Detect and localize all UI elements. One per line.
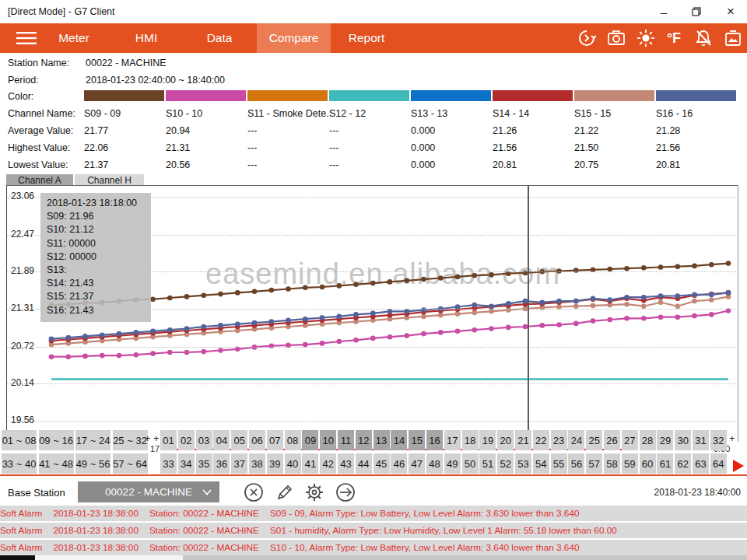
alarm-row[interactable]: Soft Alarm2018-01-23 18:38:00Station: 00…	[0, 540, 747, 555]
channel-button-48[interactable]: 48	[426, 453, 443, 474]
channel-button-60[interactable]: 60	[640, 453, 656, 474]
base-station-dropdown[interactable]: 00022 - MACHINE	[78, 481, 219, 502]
channel-button-63[interactable]: 63	[693, 453, 709, 474]
channel-button-34[interactable]: 34	[178, 453, 195, 474]
channel-button-56[interactable]: 56	[568, 453, 584, 474]
channel-button-30[interactable]: 30	[675, 430, 691, 450]
channel-button-20[interactable]: 20	[497, 430, 514, 450]
channel-button-43[interactable]: 43	[338, 453, 354, 474]
snapshot-button[interactable]	[605, 28, 627, 48]
channel-button-03[interactable]: 03	[196, 430, 212, 450]
nav-item-hmi[interactable]: HMI	[124, 23, 168, 53]
alarm-row[interactable]: Soft Alarm2018-01-23 18:38:00Station: 00…	[0, 523, 747, 538]
album-button[interactable]	[722, 28, 744, 48]
group-button-17~24[interactable]: 17 ~ 24	[75, 430, 110, 450]
close-button[interactable]: ×	[714, 0, 747, 23]
channel-button-36[interactable]: 36	[213, 453, 230, 474]
channel-button-38[interactable]: 38	[249, 453, 265, 474]
channel-button-09[interactable]: 09	[302, 430, 318, 450]
channel-button-62[interactable]: 62	[675, 453, 691, 474]
channel-button-52[interactable]: 52	[497, 453, 514, 474]
group-button-25~32[interactable]: 25 ~ 32	[113, 430, 148, 450]
channel-button-16[interactable]: 16	[426, 430, 443, 450]
channel-button-15[interactable]: 15	[409, 430, 425, 450]
sync-button[interactable]	[576, 28, 598, 48]
channel-button-13[interactable]: 13	[374, 430, 390, 450]
hamburger-menu-button[interactable]	[11, 23, 42, 53]
channel-button-18[interactable]: 18	[462, 430, 479, 450]
zoom-plus-button[interactable]: +	[145, 432, 151, 444]
channel-button-27[interactable]: 27	[622, 430, 638, 450]
nav-item-data[interactable]: Data	[196, 23, 243, 53]
channel-button-21[interactable]: 21	[515, 430, 531, 450]
channel-button-45[interactable]: 45	[374, 453, 390, 474]
nav-item-meter[interactable]: Meter	[47, 23, 101, 53]
alarm-row[interactable]: Soft Alarm2018-01-23 18:38:00Station: 00…	[0, 506, 747, 521]
channel-button-46[interactable]: 46	[391, 453, 407, 474]
channel-button-02[interactable]: 02	[178, 430, 195, 450]
edit-button[interactable]	[274, 481, 296, 503]
nav-item-report[interactable]: Report	[341, 23, 392, 53]
alarm-type: Soft Alarm	[0, 542, 42, 553]
channel-button-32[interactable]: 32	[710, 430, 727, 450]
channel-button-19[interactable]: 19	[479, 430, 496, 450]
channel-button-31[interactable]: 31	[693, 430, 709, 450]
channel-button-59[interactable]: 59	[622, 453, 638, 474]
group-button-57~64[interactable]: 57 ~ 64	[113, 453, 148, 474]
channel-button-33[interactable]: 33	[160, 453, 177, 474]
channel-button-37[interactable]: 37	[231, 453, 247, 474]
channel-button-53[interactable]: 53	[515, 453, 531, 474]
channel-button-14[interactable]: 14	[391, 430, 407, 450]
channel-button-22[interactable]: 22	[533, 430, 549, 450]
channel-button-11[interactable]: 11	[338, 430, 354, 450]
channel-button-39[interactable]: 39	[267, 453, 283, 474]
channel-button-61[interactable]: 61	[657, 453, 673, 474]
apply-button[interactable]	[335, 481, 356, 503]
channel-button-24[interactable]: 24	[568, 430, 584, 450]
channel-button-05[interactable]: 05	[231, 430, 247, 450]
channel-button-26[interactable]: 26	[604, 430, 620, 450]
restore-button[interactable]	[680, 0, 713, 23]
channel-button-55[interactable]: 55	[551, 453, 567, 474]
channel-button-23[interactable]: 23	[551, 430, 567, 450]
channel-button-50[interactable]: 50	[462, 453, 479, 474]
group-button-01~08[interactable]: 01 ~ 08	[2, 430, 37, 450]
nav-item-compare[interactable]: Compare	[257, 23, 331, 53]
channel-button-06[interactable]: 06	[249, 430, 265, 450]
channel-button-42[interactable]: 42	[320, 453, 336, 474]
channel-button-10[interactable]: 10	[320, 430, 336, 450]
channel-button-44[interactable]: 44	[356, 453, 372, 474]
channel-button-51[interactable]: 51	[479, 453, 496, 474]
temperature-unit-button[interactable]: °F	[663, 28, 685, 48]
brightness-button[interactable]	[635, 28, 657, 48]
channel-button-35[interactable]: 35	[196, 453, 212, 474]
group-button-09~16[interactable]: 09 ~ 16	[39, 430, 74, 450]
group-button-33~40[interactable]: 33 ~ 40	[2, 453, 37, 474]
channel-button-40[interactable]: 40	[285, 453, 301, 474]
channel-button-12[interactable]: 12	[356, 430, 372, 450]
settings-button[interactable]	[303, 481, 325, 503]
channel-button-49[interactable]: 49	[444, 453, 461, 474]
zoom-plus-button[interactable]: +	[153, 432, 160, 444]
minimize-button[interactable]: –	[647, 0, 680, 23]
next-page-arrow-button[interactable]	[732, 458, 745, 477]
channel-button-25[interactable]: 25	[586, 430, 602, 450]
channel-button-17[interactable]: 17	[444, 430, 461, 450]
channel-button-29[interactable]: 29	[657, 430, 673, 450]
channel-button-58[interactable]: 58	[604, 453, 620, 474]
zoom-plus-button[interactable]: +	[729, 432, 735, 444]
channel-button-47[interactable]: 47	[409, 453, 425, 474]
alarm-mute-button[interactable]	[693, 28, 714, 48]
channel-button-57[interactable]: 57	[586, 453, 602, 474]
cancel-button[interactable]	[243, 481, 265, 503]
group-button-41~48[interactable]: 41 ~ 48	[39, 453, 74, 474]
channel-button-28[interactable]: 28	[640, 430, 656, 450]
channel-button-41[interactable]: 41	[302, 453, 318, 474]
channel-button-54[interactable]: 54	[533, 453, 549, 474]
channel-button-07[interactable]: 07	[267, 430, 283, 450]
channel-button-04[interactable]: 04	[213, 430, 230, 450]
channel-button-08[interactable]: 08	[285, 430, 301, 450]
group-button-49~56[interactable]: 49 ~ 56	[75, 453, 110, 474]
channel-button-01[interactable]: 01	[160, 430, 177, 450]
channel-button-64[interactable]: 64	[710, 453, 727, 474]
